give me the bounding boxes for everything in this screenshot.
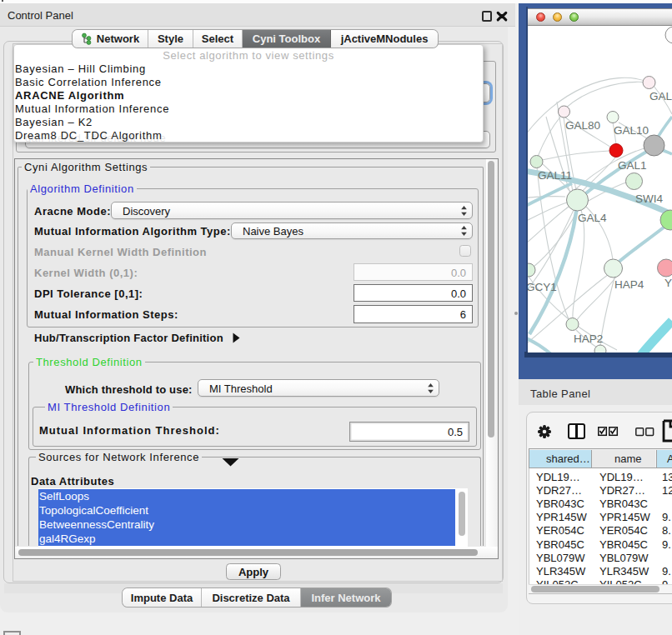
svg-text:HAP2: HAP2	[574, 332, 603, 345]
svg-text:GAL: GAL	[649, 90, 672, 102]
svg-text:Y: Y	[664, 277, 672, 289]
svg-text:SWI4: SWI4	[635, 192, 663, 205]
svg-text:GAL10: GAL10	[614, 124, 649, 137]
svg-text:GAL1: GAL1	[618, 159, 647, 172]
svg-text:HAP4: HAP4	[614, 278, 644, 291]
svg-text:GAL4: GAL4	[578, 212, 607, 224]
svg-text:GAL80: GAL80	[565, 119, 600, 132]
svg-text:GCY1: GCY1	[528, 281, 557, 293]
svg-text:GAL11: GAL11	[538, 169, 572, 182]
